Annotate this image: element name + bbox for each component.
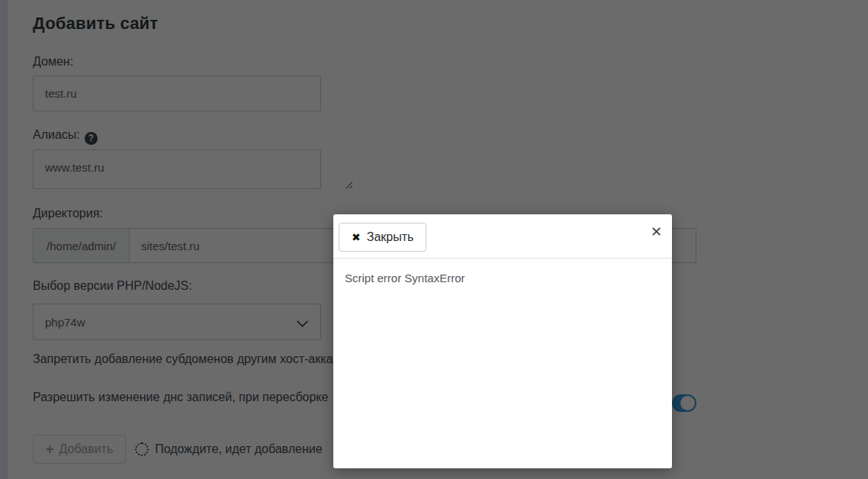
x-mark-icon: ✖ (352, 231, 361, 243)
modal-error-message: Script error SyntaxError (345, 272, 661, 285)
modal-close-button-label: Закрыть (367, 230, 414, 244)
add-site-page: Добавить сайт Домен: Алиасы:? www.test.r… (0, 0, 868, 479)
error-modal: ✖ Закрыть ✕ Script error SyntaxError (333, 214, 672, 468)
modal-close-button[interactable]: ✖ Закрыть (339, 223, 426, 252)
modal-header: ✖ Закрыть ✕ (333, 214, 672, 259)
close-icon[interactable]: ✕ (651, 225, 662, 239)
modal-body: Script error SyntaxError (333, 259, 672, 297)
